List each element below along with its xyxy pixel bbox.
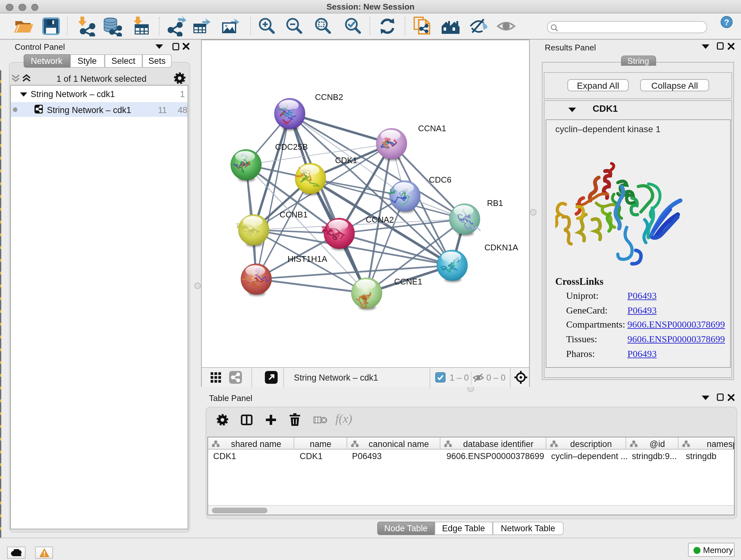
svg-text:CDC6: CDC6 <box>428 175 451 185</box>
svg-text:HIST1H1A: HIST1H1A <box>287 254 327 264</box>
svg-text:CCNB2: CCNB2 <box>315 92 343 102</box>
svg-text:CDC25B: CDC25B <box>275 142 308 152</box>
svg-text:?: ? <box>724 17 729 27</box>
svg-text:RB1: RB1 <box>487 198 503 208</box>
svg-text:CDKN1A: CDKN1A <box>484 243 518 252</box>
svg-text:CDK1: CDK1 <box>335 155 357 165</box>
svg-text:CCNA2: CCNA2 <box>365 215 394 225</box>
svg-text:CCNE1: CCNE1 <box>394 277 422 287</box>
svg-text:CCNA1: CCNA1 <box>418 124 446 133</box>
svg-text:CCNB1: CCNB1 <box>279 210 307 219</box>
